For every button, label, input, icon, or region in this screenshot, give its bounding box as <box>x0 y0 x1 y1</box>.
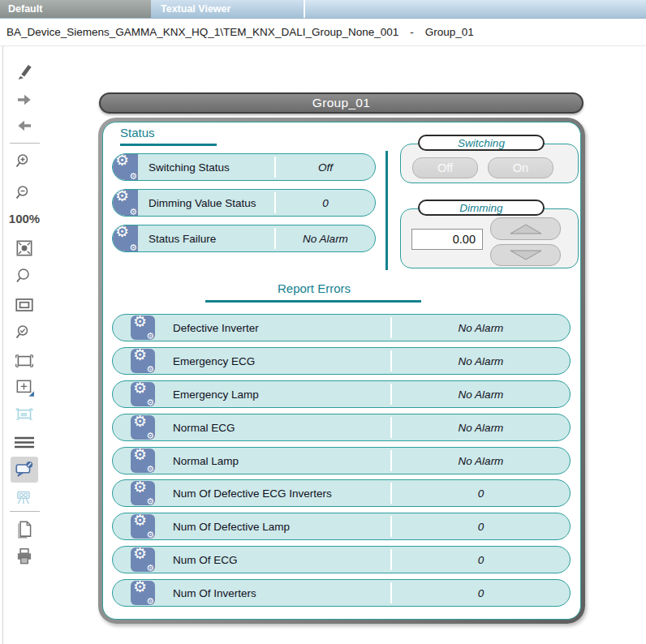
datapoint-value: 0 <box>392 587 570 599</box>
toolbar-button-search[interactable] <box>11 264 38 290</box>
toolbar-button-zoom-in[interactable] <box>11 149 38 175</box>
report-errors-heading: Report Errors <box>152 281 476 295</box>
status-heading: Status <box>120 126 155 140</box>
breadcrumb-path: BA_Device_Siemens_GAMMA_KNX_HQ_1\TEM_KNX… <box>6 26 398 38</box>
toolbar-button-layers[interactable] <box>11 430 38 456</box>
gear-icon[interactable]: ⚙ ⚙ <box>131 547 155 572</box>
comment-icon <box>14 459 35 480</box>
crosshair-target-icon <box>14 377 35 398</box>
toolbar-button-selection-rect[interactable] <box>11 348 38 374</box>
tab-default[interactable]: Default <box>0 0 151 18</box>
datapoint-value: No Alarm <box>392 322 570 334</box>
dimming-group-label: Dimming <box>418 200 545 216</box>
switching-group-label: Switching <box>418 135 545 151</box>
datapoint-value: 0 <box>276 197 375 209</box>
zoom-out-icon <box>15 184 34 204</box>
dimming-up-button[interactable] <box>490 217 561 240</box>
report-row-emergency-lamp[interactable]: ⚙ ⚙ Emergency Lamp No Alarm <box>112 380 571 408</box>
report-row-num-of-ecg[interactable]: ⚙ ⚙ Num Of ECG 0 <box>112 546 571 573</box>
dimming-value-input[interactable] <box>411 229 483 250</box>
toolbar-button-page[interactable] <box>11 517 38 543</box>
gear-icon[interactable]: ⚙ ⚙ <box>131 581 155 605</box>
datapoint-label: Status Failure <box>149 233 216 245</box>
report-errors-underline <box>205 300 421 303</box>
pen-icon <box>14 61 35 82</box>
toolbar-button-fit-window[interactable] <box>11 292 38 318</box>
datapoint-value: No Alarm <box>392 389 570 401</box>
dimming-group <box>400 208 579 268</box>
gear-icon[interactable]: ⚙ ⚙ <box>131 481 155 505</box>
zoom-in-icon <box>15 152 34 172</box>
toolbar-button-comment[interactable] <box>11 457 38 483</box>
datapoint-value: No Alarm <box>392 355 570 367</box>
datapoint-label: Emergency Lamp <box>173 389 259 401</box>
toolbar-button-snapshot <box>11 401 38 427</box>
gear-icon[interactable]: ⚙ ⚙ <box>131 382 155 406</box>
datapoint-label: Defective Inverter <box>173 322 259 334</box>
lines-icon <box>13 433 36 453</box>
datapoint-label: Switching Status <box>149 161 230 174</box>
datapoint-label: Emergency ECG <box>173 355 255 367</box>
toolbar-button-fit-center[interactable] <box>11 235 38 261</box>
switch-off-button[interactable]: Off <box>412 157 478 178</box>
toolbar-divider <box>10 511 40 512</box>
gear-icon[interactable]: ⚙ ⚙ <box>131 316 155 340</box>
datapoint-label: Num Of ECG <box>173 554 238 566</box>
gear-icon[interactable]: ⚙ ⚙ <box>113 190 138 216</box>
report-row-defective-inverter[interactable]: ⚙ ⚙ Defective Inverter No Alarm <box>112 314 571 341</box>
datapoint-label: Num Of Defective ECG Inverters <box>173 487 332 500</box>
datapoint-label: Dimming Value Status <box>149 197 256 209</box>
gear-icon[interactable]: ⚙ ⚙ <box>131 349 155 373</box>
triangle-down-icon <box>509 250 543 260</box>
report-row-normal-lamp[interactable]: ⚙ ⚙ Normal Lamp No Alarm <box>112 447 571 474</box>
report-row-num-defective-lamp[interactable]: ⚙ ⚙ Num Of Defective Lamp 0 <box>112 513 571 540</box>
breadcrumb: BA_Device_Siemens_GAMMA_KNX_HQ_1\TEM_KNX… <box>0 19 646 46</box>
toolbar-button-pen[interactable] <box>11 58 38 84</box>
graphic-panel: Status ⚙ ⚙ Switching Status Off ⚙ ⚙ Dimm… <box>98 118 585 624</box>
report-row-num-of-inverters[interactable]: ⚙ ⚙ Num Of Inverters 0 <box>112 579 571 607</box>
datapoint-value: Off <box>276 161 375 174</box>
graphic-panel-body: Status ⚙ ⚙ Switching Status Off ⚙ ⚙ Dimm… <box>102 122 581 620</box>
datapoint-value: No Alarm <box>392 422 570 434</box>
report-row-emergency-ecg[interactable]: ⚙ ⚙ Emergency ECG No Alarm <box>112 347 571 375</box>
snapshot-icon <box>14 403 35 424</box>
status-row-switching-status[interactable]: ⚙ ⚙ Switching Status Off <box>112 153 376 181</box>
toolbar-button-print[interactable] <box>11 543 38 569</box>
switch-on-button[interactable]: On <box>488 157 553 178</box>
toolbar-button-camera <box>11 483 38 509</box>
arrow-right-icon <box>15 88 34 108</box>
gear-icon[interactable]: ⚙ ⚙ <box>131 449 155 473</box>
datapoint-value: 0 <box>392 554 570 566</box>
toolbar-divider <box>10 143 40 144</box>
page-title: Group_01 <box>99 92 584 114</box>
datapoint-label: Normal Lamp <box>173 455 239 467</box>
app-window: Default Textual Viewer BA_Device_Siemens… <box>0 0 646 644</box>
toolbar-button-zoom-check[interactable] <box>11 320 38 346</box>
datapoint-value: 0 <box>392 521 570 533</box>
gear-icon[interactable]: ⚙ ⚙ <box>113 225 138 251</box>
toolbar-button-crosshair[interactable] <box>11 375 38 401</box>
gear-icon[interactable]: ⚙ ⚙ <box>131 415 155 440</box>
tab-bar: Default Textual Viewer <box>0 0 646 19</box>
status-row-dimming-value-status[interactable]: ⚙ ⚙ Dimming Value Status 0 <box>112 189 376 217</box>
zoom-level-indicator[interactable]: 100% <box>5 212 44 225</box>
toolbar-button-back[interactable] <box>11 111 38 137</box>
fit-center-icon <box>14 238 35 259</box>
report-row-num-defective-ecg-inverters[interactable]: ⚙ ⚙ Num Of Defective ECG Inverters 0 <box>112 479 571 507</box>
toolbar: 100% <box>0 46 46 644</box>
camera-icon <box>14 486 35 507</box>
tab-textual-viewer[interactable]: Textual Viewer <box>151 0 305 18</box>
page-icon <box>14 519 35 540</box>
gear-icon[interactable]: ⚙ ⚙ <box>131 514 155 539</box>
toolbar-button-forward[interactable] <box>11 85 38 111</box>
datapoint-value: No Alarm <box>392 455 570 467</box>
gear-icon[interactable]: ⚙ ⚙ <box>113 154 138 180</box>
report-row-normal-ecg[interactable]: ⚙ ⚙ Normal ECG No Alarm <box>112 414 571 441</box>
status-row-status-failure[interactable]: ⚙ ⚙ Status Failure No Alarm <box>112 225 376 252</box>
dimming-down-button[interactable] <box>490 244 561 266</box>
toolbar-button-zoom-out[interactable] <box>11 181 38 207</box>
arrow-left-icon <box>15 114 34 134</box>
status-underline <box>120 144 217 146</box>
fit-window-icon <box>14 294 35 316</box>
selection-rect-icon <box>14 350 35 371</box>
